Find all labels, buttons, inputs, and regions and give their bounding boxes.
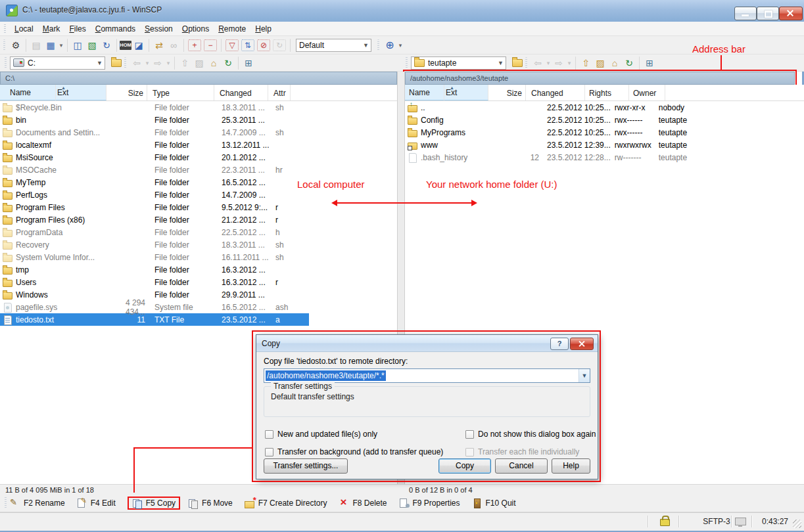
menu-mark[interactable]: Mark: [38, 23, 65, 35]
column-header-type[interactable]: Type: [147, 85, 214, 100]
fn-f5-copy-button[interactable]: F5 Copy: [128, 497, 180, 510]
fn-f9-properties-button[interactable]: F9 Properties: [399, 499, 460, 508]
fn-f10-quit-button[interactable]: F10 Quit: [472, 499, 516, 508]
remote-back-button[interactable]: ⇦: [531, 56, 545, 70]
dialog-title-bar[interactable]: Copy ?: [256, 335, 598, 352]
remote-forward-button[interactable]: ⇨: [552, 56, 566, 70]
reconnect-button[interactable]: ↻: [99, 39, 114, 52]
background-transfer-checkbox[interactable]: [265, 448, 273, 456]
resize-grip[interactable]: [793, 520, 801, 528]
minimize-button[interactable]: [734, 7, 757, 20]
local-home-directory-button[interactable]: ⌂: [206, 56, 221, 70]
local-back-dropdown[interactable]: ▾: [144, 56, 151, 70]
commander-interface-button[interactable]: HOM: [120, 41, 131, 50]
transfer-settings-summary[interactable]: Default transfer settings: [271, 392, 354, 401]
column-header-changed[interactable]: Changed: [526, 85, 585, 100]
menu-local[interactable]: Local: [10, 23, 38, 35]
dialog-close-button[interactable]: [570, 338, 594, 350]
PerfLogs[interactable]: PerfLogs File folder 14.7.2009 ...: [0, 188, 309, 201]
column-header-owner[interactable]: Owner: [629, 85, 665, 100]
column-header-changed[interactable]: Changed: [214, 85, 268, 100]
menu-files[interactable]: Files: [64, 23, 90, 35]
local-drive-combo[interactable]: C: ▼: [10, 56, 105, 70]
help-button[interactable]: Help: [552, 458, 590, 474]
preferences-button[interactable]: ⚙: [9, 39, 23, 52]
bin[interactable]: bin File folder 25.3.2011 ...: [0, 114, 309, 126]
column-header-size[interactable]: Size: [106, 85, 147, 100]
new-updated-label[interactable]: New and updated file(s) only: [277, 430, 377, 439]
fn-f4-edit-button[interactable]: F4 Edit: [77, 499, 116, 508]
Documents and Settin...[interactable]: Documents and Settin... File folder 14.7…: [0, 126, 309, 139]
fn-f7-create-directory-button[interactable]: F7 Create Directory: [245, 499, 327, 508]
$Recycle.Bin[interactable]: $Recycle.Bin File folder 18.3.2011 ... s…: [0, 101, 309, 114]
synchronize-browsing-button[interactable]: ⇅: [241, 39, 254, 51]
menu-options[interactable]: Options: [177, 23, 214, 35]
duplicate-session-button[interactable]: ▧: [85, 39, 99, 52]
Recovery[interactable]: Recovery File folder 18.3.2011 ... sh: [0, 238, 309, 251]
pagefile.sys[interactable]: pagefile.sys 4 294 434... System file 16…: [0, 301, 309, 313]
column-header-name[interactable]: Name: [0, 85, 56, 100]
copy-button[interactable]: Copy: [438, 458, 491, 474]
fn-f8-delete-button[interactable]: F8 Delete: [339, 499, 387, 508]
Program Files (x86)[interactable]: Program Files (x86) File folder 21.2.201…: [0, 213, 309, 226]
..[interactable]: .. 22.5.2012 10:25... rwxr-xr-x nobody: [405, 101, 668, 114]
refresh-filter-button[interactable]: ↻: [273, 39, 286, 51]
remote-directory-combo[interactable]: teutapte ▼: [411, 56, 506, 70]
local-root-directory-button[interactable]: ▨: [192, 56, 206, 70]
new-session-button[interactable]: ◫: [70, 39, 85, 52]
clear-filter-button[interactable]: ⊘: [257, 39, 270, 51]
tiedosto.txt[interactable]: tiedosto.txt 11 TXT File 23.5.2012 ... a: [0, 313, 309, 326]
Windows[interactable]: Windows File folder 29.9.2011 ...: [0, 288, 309, 301]
restore-button[interactable]: [757, 7, 779, 20]
queue-dropdown[interactable]: ▾: [58, 39, 64, 52]
title-bar[interactable]: C:\ - teutapte@jalava.cc.jyu.fi - WinSCP: [0, 0, 804, 22]
queue-button[interactable]: ▦: [43, 39, 58, 52]
remote-parent-directory-button[interactable]: ⇧: [579, 56, 593, 70]
local-directory-tree-button[interactable]: ⊞: [241, 56, 256, 70]
local-refresh-button[interactable]: ↻: [221, 56, 235, 70]
column-header-size[interactable]: Size: [488, 85, 526, 100]
menu-session[interactable]: Session: [140, 23, 177, 35]
Program Files[interactable]: Program Files File folder 9.5.2012 9:...…: [0, 201, 309, 213]
MyTemp[interactable]: MyTemp File folder 16.5.2012 ...: [0, 176, 309, 188]
transfer-preset-combo[interactable]: Default ▼: [296, 39, 371, 52]
transfer-options-button[interactable]: ⊕: [383, 39, 397, 52]
local-back-button[interactable]: ⇦: [130, 56, 144, 70]
MSOCache[interactable]: MSOCache File folder 22.3.2011 ... hr: [0, 164, 309, 176]
www[interactable]: www 23.5.2012 12:39... rwxrwxrwx teutapt…: [405, 139, 668, 151]
transfer-options-dropdown[interactable]: ▾: [397, 39, 404, 52]
remote-directory-input[interactable]: /autohome/nashome3/teutapte/*.* ▼: [264, 368, 590, 383]
session-log-button[interactable]: ▤: [29, 39, 43, 52]
column-header-ext[interactable]: ▲Ext: [56, 85, 106, 100]
column-header-ext[interactable]: ▲Ext: [444, 85, 488, 100]
no-dialog-checkbox[interactable]: [465, 430, 474, 439]
tmp[interactable]: tmp File folder 16.3.2012 ...: [0, 263, 309, 276]
no-dialog-label[interactable]: Do not show this dialog box again: [478, 430, 596, 439]
remote-directory-tree-button[interactable]: ⊞: [642, 56, 657, 70]
find-files-button[interactable]: ∞: [166, 39, 181, 52]
menu-remote[interactable]: Remote: [214, 23, 250, 35]
MsiSource[interactable]: MsiSource File folder 20.1.2012 ...: [0, 151, 309, 164]
remote-open-directory-button[interactable]: [510, 56, 525, 70]
local-parent-directory-button[interactable]: ⇧: [177, 56, 192, 70]
chevron-down-icon[interactable]: ▼: [579, 369, 590, 382]
local-path-bar[interactable]: C:\: [0, 72, 397, 85]
local-forward-dropdown[interactable]: ▾: [165, 56, 172, 70]
column-header-name[interactable]: Name: [405, 85, 444, 100]
remote-refresh-button[interactable]: ↻: [622, 56, 636, 70]
column-header-attr[interactable]: Attr: [268, 85, 291, 100]
ProgramData[interactable]: ProgramData File folder 22.5.2012 ... h: [0, 226, 309, 238]
MyPrograms[interactable]: MyPrograms 22.5.2012 10:25... rwx------ …: [405, 126, 668, 139]
close-button[interactable]: [779, 7, 803, 20]
transfer-settings-button[interactable]: Transfer settings...: [264, 458, 348, 474]
background-transfer-label[interactable]: Transfer on background (add to transfer …: [277, 447, 443, 456]
local-forward-button[interactable]: ⇨: [151, 56, 165, 70]
remote-home-directory-button[interactable]: ⌂: [607, 56, 622, 70]
Config[interactable]: Config 22.5.2012 10:25... rwx------ teut…: [405, 114, 668, 126]
filter-button[interactable]: ▽: [225, 39, 239, 51]
fn-f2-rename-button[interactable]: F2 Rename: [10, 499, 65, 508]
column-header-rights[interactable]: Rights: [585, 85, 629, 100]
localtexmf[interactable]: localtexmf File folder 13.12.2011 ...: [0, 139, 309, 151]
Users[interactable]: Users File folder 16.3.2012 ... r: [0, 276, 309, 288]
help-icon[interactable]: ?: [550, 338, 569, 350]
